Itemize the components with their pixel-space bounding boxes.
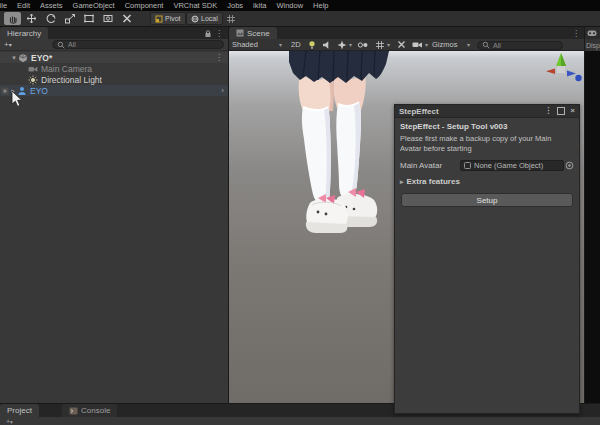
scale-tool-button[interactable]: [61, 12, 78, 25]
scene-lighting-toggle[interactable]: [307, 39, 317, 50]
shading-mode-dropdown[interactable]: Shaded ▾: [232, 39, 282, 50]
foldout-open-icon[interactable]: ▾: [10, 54, 18, 62]
scene-tools-button[interactable]: [397, 39, 406, 50]
menu-component[interactable]: Component: [120, 1, 169, 10]
hierarchy-tab-bar: Hierarchy ⋮: [0, 27, 228, 39]
scene-visibility-toggle[interactable]: [357, 39, 369, 50]
directional-light-label: Directional Light: [41, 75, 102, 85]
gizmos-dropdown[interactable]: Gizmos ▾: [432, 39, 470, 50]
speaker-icon: [322, 40, 332, 50]
hierarchy-search-row: +▾ All: [0, 39, 228, 51]
2d-toggle[interactable]: 2D: [291, 39, 301, 50]
scene-effects-dropdown[interactable]: ▾: [337, 39, 352, 50]
stepeffect-body: StepEffect - Setup Tool v003 Please firs…: [395, 118, 579, 211]
visibility-toggle-icon[interactable]: [1, 87, 9, 95]
scene-tab-icon: [236, 29, 244, 37]
hierarchy-row-directional-light[interactable]: Directional Light: [0, 74, 228, 85]
menu-jobs[interactable]: Jobs: [222, 1, 248, 10]
grid-icon: [375, 40, 385, 50]
object-picker-icon[interactable]: [564, 160, 574, 171]
menu-window[interactable]: Window: [271, 1, 308, 10]
scene-audio-toggle[interactable]: [322, 39, 332, 50]
backup-warning-text: Please first make a backup copy of your …: [400, 134, 574, 154]
move-tool-icon: [25, 13, 38, 24]
scene-orientation-gizmo[interactable]: [539, 51, 583, 87]
menu-edit[interactable]: Edit: [12, 1, 35, 10]
main-avatar-label: Main Avatar: [400, 161, 460, 170]
display-dropdown[interactable]: Disp: [585, 39, 600, 51]
scene-panel: Scene ⋮ Shaded ▾ 2D: [228, 27, 584, 403]
avatar-model[interactable]: [276, 51, 396, 239]
transform-tool-button[interactable]: [99, 12, 116, 25]
grid-icon: [226, 14, 236, 24]
camera-icon: [28, 64, 38, 74]
extra-features-foldout[interactable]: ▸ Extra features: [400, 177, 574, 186]
stepeffect-titlebar[interactable]: StepEffect ⋮ ×: [395, 105, 579, 118]
scene-camera-dropdown[interactable]: ▾: [412, 39, 428, 50]
scale-tool-icon: [64, 13, 76, 24]
tab-scene[interactable]: Scene: [229, 27, 277, 39]
menu-bar: File Edit Assets GameObject Component VR…: [0, 0, 600, 11]
scene-menu-button[interactable]: ⋮: [572, 29, 580, 38]
hierarchy-menu-button[interactable]: ⋮: [215, 29, 223, 38]
foldout-closed-icon: ▸: [400, 178, 404, 186]
view-tool-button[interactable]: [4, 12, 21, 25]
pivot-toggle[interactable]: Pivot: [150, 12, 186, 25]
menu-assets[interactable]: Assets: [35, 1, 68, 10]
hand-tool-icon: [7, 13, 19, 24]
scene-viewport[interactable]: StepEffect ⋮ × StepEffect - Setup Tool v…: [229, 51, 584, 403]
tab-hierarchy[interactable]: Hierarchy: [0, 27, 48, 39]
rect-tool-icon: [83, 13, 95, 24]
local-toggle[interactable]: Local: [186, 12, 223, 25]
game-panel-clipped: Disp: [584, 27, 600, 403]
grid-settings-dropdown[interactable]: ▾: [375, 39, 390, 50]
light-icon: [28, 75, 38, 85]
window-menu-button[interactable]: ⋮: [544, 107, 552, 115]
main-avatar-value: None (Game Object): [474, 161, 543, 170]
project-tab-label: Project: [7, 406, 32, 415]
menu-file[interactable]: File: [0, 1, 12, 10]
main-toolbar: Pivot Local: [0, 11, 600, 27]
scene-search-input[interactable]: All: [477, 41, 563, 50]
menu-gameobject[interactable]: GameObject: [68, 1, 120, 10]
chevron-down-icon: ▾: [425, 41, 428, 48]
scene-row-menu[interactable]: ⋮: [215, 53, 223, 62]
hierarchy-row-eyo[interactable]: ▸ EYO ›: [0, 85, 228, 96]
tab-console[interactable]: Console: [62, 404, 117, 417]
eyo-label: EYO: [30, 86, 48, 96]
tool-x-icon: [397, 40, 406, 49]
camera-icon: [412, 40, 423, 49]
lock-icon[interactable]: [204, 29, 212, 38]
tab-project[interactable]: Project: [0, 404, 39, 417]
hierarchy-search-input[interactable]: All: [52, 40, 224, 49]
rect-tool-button[interactable]: [80, 12, 97, 25]
extra-features-label: Extra features: [407, 177, 460, 186]
search-icon: [57, 41, 65, 49]
2d-label: 2D: [291, 40, 301, 49]
tab-game[interactable]: [585, 27, 600, 39]
main-avatar-row: Main Avatar None (Game Object): [400, 160, 574, 171]
menu-vrchat-sdk[interactable]: VRChat SDK: [168, 1, 222, 10]
menu-help[interactable]: Help: [308, 1, 333, 10]
maximize-icon[interactable]: [557, 107, 565, 115]
stepeffect-title-label: StepEffect: [399, 107, 439, 116]
scene-tab-label: Scene: [247, 29, 270, 38]
main-camera-label: Main Camera: [41, 64, 92, 74]
project-create-button[interactable]: +▾: [6, 418, 13, 425]
main-avatar-object-field[interactable]: None (Game Object): [460, 160, 564, 171]
effects-star-icon: [337, 40, 347, 50]
menu-ikita[interactable]: ikita: [248, 1, 271, 10]
hierarchy-row-main-camera[interactable]: Main Camera: [0, 63, 228, 74]
hierarchy-row-scene[interactable]: ▾ EYO* ⋮: [0, 52, 228, 63]
custom-tool-button[interactable]: [118, 12, 135, 25]
grid-snap-button[interactable]: [222, 12, 239, 25]
search-icon: [482, 41, 490, 49]
setup-button[interactable]: Setup: [401, 193, 573, 207]
rotate-tool-button[interactable]: [42, 12, 59, 25]
chevron-down-icon: ▾: [467, 41, 470, 48]
close-icon[interactable]: ×: [570, 107, 575, 115]
prefab-open-arrow[interactable]: ›: [221, 86, 224, 95]
chevron-down-icon: ▾: [279, 41, 282, 48]
hierarchy-create-button[interactable]: +▾: [4, 40, 12, 49]
move-tool-button[interactable]: [23, 12, 40, 25]
